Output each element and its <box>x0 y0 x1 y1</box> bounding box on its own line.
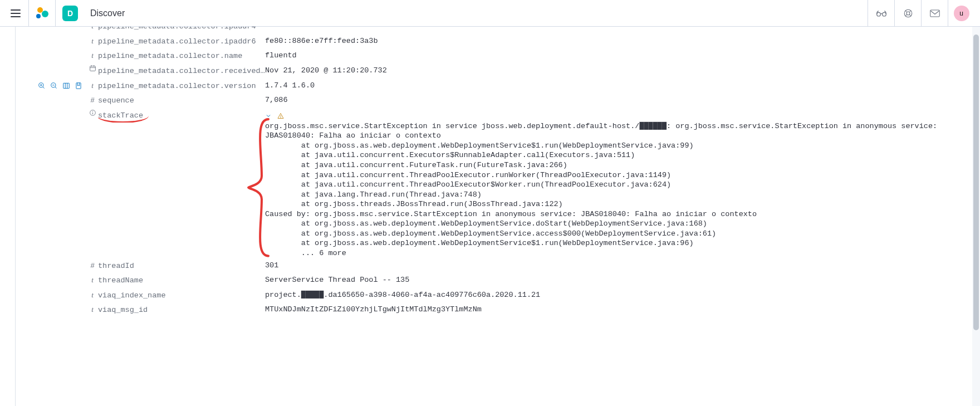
svg-rect-21 <box>90 66 95 71</box>
field-value: MTUxNDJmNzItZDFiZi00YzhjLTgwNjItMTdlMzg3… <box>265 302 980 317</box>
field-type-icon <box>87 108 98 120</box>
main: tpipeline_metadata.collector.ipaddr4 tpi… <box>0 27 980 406</box>
field-value: 7,086 <box>265 93 980 107</box>
doc-content: tpipeline_metadata.collector.ipaddr4 tpi… <box>16 27 980 334</box>
field-name: pipeline_metadata.collector.version <box>98 79 265 94</box>
topbar: D Discover u <box>0 0 980 27</box>
calendar-icon <box>89 65 96 72</box>
svg-rect-24 <box>63 83 70 88</box>
stacktrace-label-annotated: stackTrace <box>98 111 143 120</box>
field-name: threadName <box>98 273 265 288</box>
svg-point-3 <box>906 12 910 15</box>
field-value: 301 <box>265 258 980 273</box>
user-avatar: u <box>954 6 969 21</box>
field-value: org.jboss.msc.service.StartException in … <box>265 108 980 258</box>
field-type-icon: # <box>87 258 98 273</box>
stacktrace-value-header <box>265 109 947 121</box>
mail-button[interactable] <box>921 0 948 27</box>
field-value: project.█████.da165650-a398-4060-af4a-ac… <box>265 288 980 302</box>
field-type-icon: # <box>87 93 98 107</box>
svg-rect-25 <box>76 82 81 89</box>
mail-icon <box>930 9 940 17</box>
field-row: #threadId301 <box>29 258 980 273</box>
field-type-icon <box>87 63 98 76</box>
field-row: tpipeline_metadata.collector.namefluentd <box>29 48 980 63</box>
field-name: stackTrace <box>98 108 265 123</box>
field-value: Nov 21, 2020 @ 11:20:20.732 <box>265 63 980 78</box>
field-value: 1.7.4 1.6.0 <box>265 79 980 93</box>
field-row: pipeline_metadata.collector.received_atN… <box>29 63 980 79</box>
field-type-icon: t <box>87 34 98 48</box>
hamburger-icon <box>11 9 21 17</box>
field-row: tpipeline_metadata.collector.ipaddr4 <box>29 27 980 34</box>
field-row: tviaq_msg_idMTUxNDJmNzItZDFiZi00YzhjLTgw… <box>29 302 980 317</box>
page-title: Discover <box>90 8 125 18</box>
lifebuoy-button[interactable] <box>894 0 921 27</box>
glasses-button[interactable] <box>868 0 894 27</box>
field-type-icon: t <box>87 79 98 93</box>
warning-icon <box>277 112 284 119</box>
user-menu-button[interactable]: u <box>948 0 974 27</box>
field-row: tthreadNameServerService Thread Pool -- … <box>29 273 980 288</box>
svg-point-1 <box>882 12 886 16</box>
field-value: fluentd <box>265 48 980 63</box>
lifebuoy-icon <box>903 8 913 18</box>
field-name: pipeline_metadata.collector.ipaddr6 <box>98 34 265 49</box>
doc-area: tpipeline_metadata.collector.ipaddr4 tpi… <box>16 27 980 406</box>
bookmark-icon[interactable] <box>75 82 82 90</box>
field-row: tpipeline_metadata.collector.version1.7.… <box>29 79 980 94</box>
app-badge: D <box>62 6 78 21</box>
field-name: sequence <box>98 93 265 108</box>
field-name: pipeline_metadata.collector.received_at <box>98 63 265 79</box>
field-name: threadId <box>98 258 265 273</box>
columns-icon[interactable] <box>62 82 70 90</box>
field-row: stackTrace org.jboss.msc.service.StartEx… <box>29 108 980 258</box>
toggle-nav-button[interactable] <box>2 0 29 27</box>
scrollbar-track[interactable] <box>972 27 980 406</box>
scroll-region[interactable]: tpipeline_metadata.collector.ipaddr4 tpi… <box>16 27 980 406</box>
field-type-icon: t <box>87 273 98 287</box>
stacktrace-text: org.jboss.msc.service.StartException in … <box>265 121 947 258</box>
chevron-down-icon[interactable] <box>265 112 272 119</box>
field-type-icon: t <box>87 27 98 33</box>
logo-button[interactable] <box>29 0 56 27</box>
field-row: tviaq_index_nameproject.█████.da165650-a… <box>29 288 980 303</box>
left-gutter <box>0 27 16 406</box>
svg-point-35 <box>92 111 93 112</box>
glasses-icon <box>876 9 887 17</box>
field-name: pipeline_metadata.collector.ipaddr4 <box>98 27 265 34</box>
field-type-icon: t <box>87 48 98 63</box>
field-row: #sequence7,086 <box>29 93 980 108</box>
field-type-icon: t <box>87 302 98 317</box>
field-row: tpipeline_metadata.collector.ipaddr6fe80… <box>29 34 980 49</box>
field-value: ServerService Thread Pool -- 135 <box>265 273 980 287</box>
svg-point-0 <box>876 12 880 16</box>
kibana-logo-icon <box>36 7 48 19</box>
zoom-out-icon[interactable] <box>50 82 58 90</box>
zoom-in-icon[interactable] <box>38 82 46 90</box>
svg-point-36 <box>281 118 281 118</box>
header-right: u <box>868 0 974 27</box>
scrollbar-thumb[interactable] <box>973 35 979 330</box>
svg-rect-4 <box>930 10 939 17</box>
info-icon <box>89 109 96 116</box>
field-type-icon: t <box>87 288 98 302</box>
field-name: pipeline_metadata.collector.name <box>98 48 265 63</box>
field-value: fe80::886e:e7ff:feed:3a3b <box>265 34 980 48</box>
field-actions <box>29 79 87 93</box>
field-name: viaq_msg_id <box>98 302 265 317</box>
field-name: viaq_index_name <box>98 288 265 303</box>
